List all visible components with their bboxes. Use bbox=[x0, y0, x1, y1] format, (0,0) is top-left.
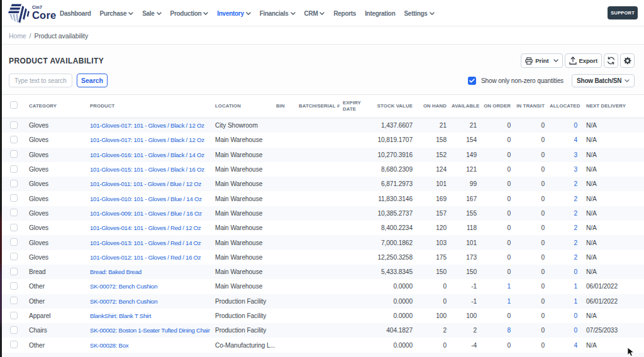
column-header-product[interactable]: PRODUCT bbox=[85, 94, 210, 118]
column-header-next_delivery[interactable]: NEXT DELIVERY bbox=[580, 94, 644, 118]
nav-item-integration[interactable]: Integration bbox=[365, 10, 395, 17]
product-link[interactable]: 101-Gloves-012: 101 - Gloves / Red / 16 … bbox=[90, 254, 201, 261]
product-link[interactable]: SK-00072: Bench Cushion bbox=[90, 298, 157, 305]
product-link[interactable]: SK-00028: Box bbox=[90, 342, 128, 349]
product-link[interactable]: 101-Gloves-017: 101 - Gloves / Black / 1… bbox=[90, 122, 204, 129]
product-link[interactable]: BlankShirt: Blank T Shirt bbox=[90, 312, 151, 319]
allocated-link[interactable]: 2 bbox=[574, 210, 577, 217]
product-link[interactable]: SK-00002: Boston 1-Seater Tufted Dining … bbox=[90, 327, 210, 334]
nav-item-dashboard[interactable]: Dashboard bbox=[60, 10, 91, 17]
allocated-link[interactable]: 2 bbox=[574, 254, 577, 261]
allocated-link[interactable]: 1 bbox=[574, 298, 577, 305]
cell-on_hand: 21 bbox=[415, 118, 449, 133]
row-checkbox[interactable] bbox=[10, 312, 18, 319]
row-checkbox[interactable] bbox=[10, 268, 18, 275]
on_order-link[interactable]: 1 bbox=[507, 298, 511, 305]
search-input[interactable] bbox=[9, 74, 72, 87]
allocated-link[interactable]: 2 bbox=[574, 224, 577, 231]
refresh-button[interactable] bbox=[604, 53, 618, 68]
select-all-checkbox[interactable] bbox=[10, 101, 18, 109]
row-checkbox[interactable] bbox=[10, 194, 18, 202]
column-header-in_transit[interactable]: IN TRANSIT bbox=[513, 94, 547, 118]
product-link[interactable]: 101-Gloves-017: 101 - Gloves / Black / 1… bbox=[90, 136, 204, 143]
allocated-link[interactable]: 4 bbox=[574, 342, 577, 349]
allocated-link[interactable]: 3 bbox=[574, 166, 577, 173]
allocated-link[interactable]: 0 bbox=[574, 327, 577, 334]
product-link[interactable]: 101-Gloves-009: 101 - Gloves / Blue / 16… bbox=[90, 210, 202, 217]
product-link[interactable]: 101-Gloves-015: 101 - Gloves / Black / 1… bbox=[90, 166, 204, 173]
nav-item-production[interactable]: Production bbox=[170, 10, 209, 17]
nav-item-inventory[interactable]: Inventory bbox=[217, 10, 250, 17]
product-link[interactable]: SK-00072: Bench Cushion bbox=[90, 283, 157, 290]
allocated-link[interactable]: 2 bbox=[574, 180, 577, 187]
nav-item-sale[interactable]: Sale bbox=[142, 10, 161, 17]
chevron-down-icon bbox=[128, 12, 133, 15]
row-checkbox[interactable] bbox=[10, 180, 18, 187]
nav-item-settings[interactable]: Settings bbox=[404, 10, 435, 17]
row-checkbox[interactable] bbox=[10, 136, 18, 143]
settings-gear-button[interactable] bbox=[620, 53, 635, 68]
cell-on_hand: 169 bbox=[415, 191, 449, 206]
allocated-link[interactable]: 3 bbox=[574, 151, 577, 158]
cell-available: 121 bbox=[449, 162, 479, 177]
print-button[interactable]: Print bbox=[521, 53, 562, 68]
column-header-stock_value[interactable]: STOCK VALUE bbox=[370, 94, 415, 118]
nav-item-financials[interactable]: Financials bbox=[260, 10, 296, 17]
chevron-down-icon bbox=[246, 12, 251, 15]
chevron-down-icon bbox=[625, 79, 630, 82]
allocated-link[interactable]: 0 bbox=[574, 312, 577, 319]
column-header-on_order[interactable]: ON ORDER bbox=[479, 94, 513, 118]
row-checkbox[interactable] bbox=[10, 253, 18, 260]
allocated-link[interactable]: 2 bbox=[574, 239, 577, 246]
non-zero-filter[interactable]: Show only non-zero quantities bbox=[468, 77, 564, 85]
column-header-available[interactable]: AVAILABLE bbox=[449, 94, 479, 118]
cell-on_hand: 0 bbox=[415, 294, 449, 309]
product-link[interactable]: 101-Gloves-010: 101 - Gloves / Blue / 14… bbox=[90, 195, 202, 202]
allocated-link[interactable]: 1 bbox=[574, 283, 577, 290]
column-header-bin[interactable]: BIN bbox=[275, 94, 294, 118]
row-checkbox[interactable] bbox=[10, 209, 18, 216]
row-checkbox[interactable] bbox=[10, 238, 18, 246]
allocated-link[interactable]: 2 bbox=[574, 195, 577, 202]
column-header-allocated[interactable]: ALLOCATED bbox=[547, 94, 580, 118]
row-checkbox[interactable] bbox=[10, 121, 18, 129]
batch-sn-select[interactable]: Show Batch/SN bbox=[572, 74, 635, 87]
cin7-core-logo[interactable]: Cin7 Core bbox=[7, 3, 56, 24]
column-header-location[interactable]: LOCATION bbox=[210, 94, 275, 118]
on_order-link[interactable]: 1 bbox=[507, 283, 511, 290]
allocated-link[interactable]: 4 bbox=[574, 136, 577, 143]
column-header-batch[interactable]: BATCH/SERIAL # bbox=[294, 94, 338, 118]
row-checkbox[interactable] bbox=[10, 341, 18, 348]
breadcrumb-home-link[interactable]: Home bbox=[9, 32, 26, 40]
nav-item-crm[interactable]: CRM bbox=[304, 10, 325, 17]
search-button[interactable]: Search bbox=[77, 74, 108, 87]
cell-next_delivery: N/A bbox=[580, 162, 644, 177]
product-link[interactable]: 101-Gloves-011: 101 - Gloves / Blue / 12… bbox=[90, 180, 201, 187]
row-checkbox[interactable] bbox=[10, 224, 18, 231]
row-checkbox[interactable] bbox=[10, 282, 18, 290]
column-header-on_hand[interactable]: ON HAND bbox=[415, 94, 449, 118]
product-link[interactable]: 101-Gloves-014: 101 - Gloves / Red / 12 … bbox=[90, 224, 201, 231]
cell-product: Bread: Baked Bread bbox=[85, 265, 210, 279]
product-link[interactable]: 101-Gloves-013: 101 - Gloves / Red / 14 … bbox=[90, 239, 201, 246]
allocated-link[interactable]: 0 bbox=[574, 268, 577, 275]
cell-stock_value: 0.0000 bbox=[370, 338, 415, 352]
nav-item-reports[interactable]: Reports bbox=[333, 10, 356, 17]
row-checkbox[interactable] bbox=[10, 150, 18, 158]
row-checkbox[interactable] bbox=[10, 297, 18, 304]
on_order-link[interactable]: 8 bbox=[507, 327, 511, 334]
cell-available: 155 bbox=[449, 206, 479, 221]
export-button[interactable]: Export bbox=[565, 53, 602, 68]
non-zero-checkbox[interactable] bbox=[468, 77, 476, 85]
nav-item-purchase[interactable]: Purchase bbox=[100, 10, 134, 17]
product-link[interactable]: Bread: Baked Bread bbox=[90, 268, 142, 275]
row-checkbox[interactable] bbox=[10, 326, 18, 334]
product-link[interactable]: 101-Gloves-016: 101 - Gloves / Black / 1… bbox=[90, 151, 204, 158]
allocated-link[interactable]: 0 bbox=[574, 122, 577, 129]
cell-available: 167 bbox=[449, 191, 479, 206]
column-header-category[interactable]: CATEGORY bbox=[24, 94, 85, 118]
row-checkbox[interactable] bbox=[10, 165, 18, 173]
support-button[interactable]: SUPPORT bbox=[608, 6, 638, 19]
cell-category: Gloves bbox=[24, 118, 85, 133]
column-header-expiry[interactable]: EXPIRY DATE bbox=[338, 94, 370, 118]
